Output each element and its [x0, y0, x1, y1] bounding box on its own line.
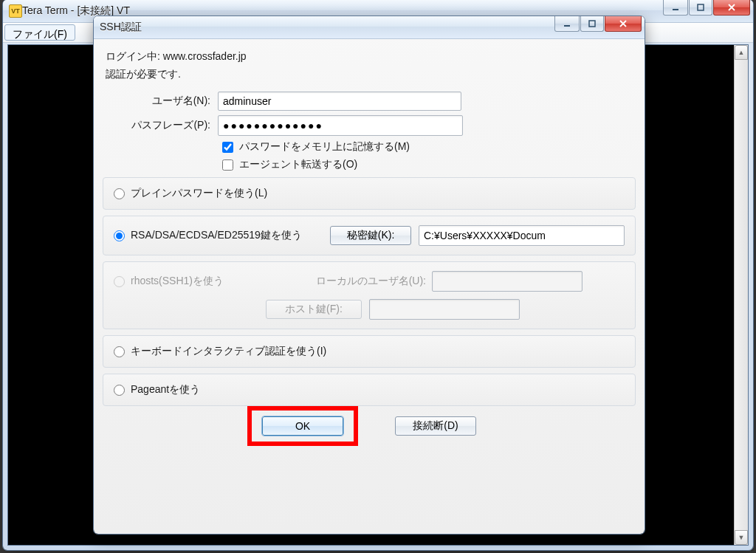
teraterm-app-icon: VT	[9, 4, 22, 18]
auth-needed-label: 認証が必要です.	[106, 68, 636, 81]
private-key-path-field[interactable]: C:¥Users¥XXXXX¥Docum	[419, 225, 625, 246]
private-key-button[interactable]: 秘密鍵(K):	[330, 226, 411, 245]
passphrase-masked-value: ●●●●●●●●●●●●●	[223, 120, 323, 131]
option-rhosts-radio	[114, 276, 125, 287]
option-plain-label: プレインパスワードを使う(L)	[131, 187, 267, 200]
username-input[interactable]	[218, 92, 461, 111]
option-rsa-radio[interactable]	[114, 230, 125, 241]
remember-password-checkbox[interactable]	[222, 142, 233, 153]
option-pageant-radio[interactable]	[114, 385, 125, 396]
terminal-scrollbar[interactable]: ▲ ▼	[734, 45, 748, 545]
svg-rect-2	[564, 25, 570, 27]
disconnect-button[interactable]: 接続断(D)	[395, 416, 476, 436]
option-rhosts-label: rhosts(SSH1)を使う	[131, 275, 300, 288]
local-username-label: ローカルのユーザ名(U):	[300, 275, 426, 288]
option-kbd-radio[interactable]	[114, 346, 125, 357]
host-key-path-field	[369, 299, 520, 320]
scroll-down-icon[interactable]: ▼	[735, 530, 748, 545]
option-rsa-label: RSA/DSA/ECDSA/ED25519鍵を使う	[131, 229, 323, 242]
dialog-close-button[interactable]	[605, 16, 642, 32]
agent-forward-label: エージェント転送する(O)	[239, 158, 357, 171]
option-kbd-label: キーボードインタラクティブ認証を使う(I)	[131, 345, 326, 358]
option-kbd-panel: キーボードインタラクティブ認証を使う(I)	[103, 335, 636, 368]
dialog-maximize-button[interactable]	[580, 16, 604, 32]
dialog-title: SSH認証	[100, 21, 142, 34]
highlight-box-icon	[247, 406, 358, 446]
passphrase-input[interactable]: ●●●●●●●●●●●●●	[218, 115, 463, 136]
option-plain-radio[interactable]	[114, 188, 125, 199]
dialog-titlebar[interactable]: SSH認証	[94, 16, 645, 39]
svg-rect-3	[589, 21, 595, 27]
ssh-auth-dialog: SSH認証 ログイン中: www.crossfader.jp 認証が必要です. …	[94, 16, 645, 534]
option-plain-panel: プレインパスワードを使う(L)	[103, 177, 636, 210]
username-label: ユーザ名(N):	[103, 95, 210, 108]
menu-file[interactable]: ファイル(F)	[4, 24, 75, 41]
svg-rect-1	[698, 4, 704, 10]
option-rhosts-panel: rhosts(SSH1)を使う ローカルのユーザ名(U): ホスト鍵(F):	[103, 261, 636, 329]
host-key-button: ホスト鍵(F):	[266, 300, 362, 319]
agent-forward-checkbox[interactable]	[222, 159, 233, 171]
remember-password-label: パスワードをメモリ上に記憶する(M)	[239, 140, 410, 154]
main-close-button[interactable]	[713, 0, 750, 16]
login-host-line: ログイン中: www.crossfader.jp	[106, 50, 636, 63]
local-username-field	[432, 271, 583, 292]
option-rsa-panel: RSA/DSA/ECDSA/ED25519鍵を使う 秘密鍵(K): C:¥Use…	[103, 216, 636, 255]
option-pageant-panel: Pageantを使う	[103, 374, 636, 406]
dialog-minimize-button[interactable]	[554, 16, 580, 32]
scroll-up-icon[interactable]: ▲	[735, 45, 748, 60]
svg-rect-0	[673, 9, 678, 10]
passphrase-label: パスフレーズ(P):	[103, 119, 210, 132]
option-pageant-label: Pageantを使う	[131, 383, 200, 396]
main-maximize-button[interactable]	[689, 0, 712, 16]
main-minimize-button[interactable]	[663, 0, 688, 16]
